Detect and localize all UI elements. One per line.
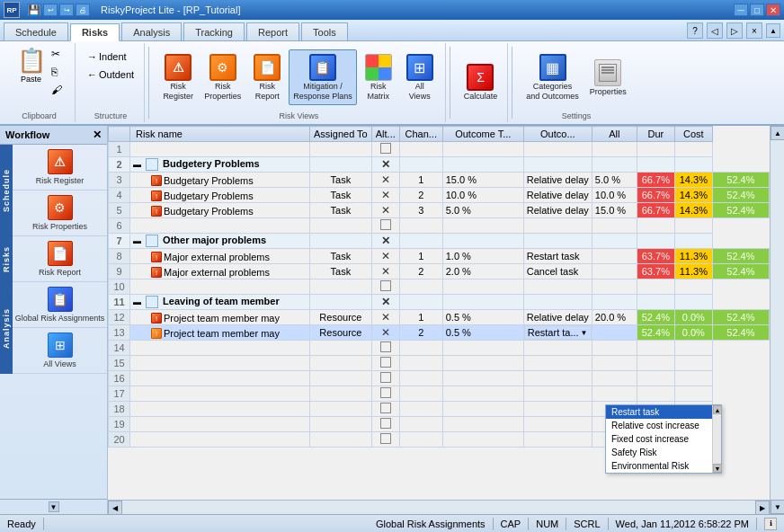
dropdown-scrollbar[interactable]: ▲ ▼	[712, 405, 721, 473]
scroll-v-track[interactable]	[771, 140, 784, 500]
table-row-selected: 13 ! Project team member may Resource ✕ …	[109, 325, 770, 341]
nav-btn2[interactable]: ▷	[726, 22, 743, 39]
help-btn[interactable]: ?	[687, 22, 703, 39]
row-alt: ✕	[371, 173, 399, 188]
row-name: ! Major external problems	[130, 264, 310, 279]
mitigation-btn[interactable]: 📋 Mitigation /Response Plans	[289, 49, 357, 105]
properties-btn[interactable]: Properties	[585, 55, 631, 101]
table-row: 4 ! Budgetary Problems Task ✕ 2 10.0 % R…	[109, 188, 770, 203]
dropdown-item-restart-task[interactable]: Restart task	[606, 405, 712, 419]
outdent-label: Outdent	[99, 69, 134, 80]
row-num: 7	[109, 234, 130, 249]
expand-icon[interactable]: ▬	[133, 160, 141, 169]
scroll-right-btn[interactable]: ▶	[755, 501, 770, 514]
table-row: 15	[109, 356, 770, 371]
row-name: ! Major external problems	[130, 249, 310, 264]
status-sep3	[528, 518, 529, 530]
grid-header-row: Risk name Assigned To Alt... Chan... Out…	[109, 127, 770, 142]
row-outcome	[523, 279, 592, 295]
title-controls: ─ □ ✕	[734, 4, 780, 16]
title-bar: RP 💾 ↩ ↪ 🖨 RiskyProject Lite - [RP_Tutor…	[0, 0, 784, 20]
copy-btn[interactable]: ⎘	[49, 65, 64, 79]
dropdown-scroll-down[interactable]: ▼	[713, 464, 722, 473]
expand-icon3[interactable]: ▬	[133, 297, 141, 306]
row-chance	[399, 295, 442, 310]
dropdown-item-relative-cost[interactable]: Relative cost increase	[606, 419, 712, 432]
sidebar-item-global-risk-assignments[interactable]: 📋 Global Risk Assignments	[13, 282, 107, 328]
table-row: 16	[109, 371, 770, 386]
sidebar-scroll-down-btn[interactable]: ▼	[49, 501, 59, 512]
row-name: ▬ Leaving of team member	[130, 295, 310, 310]
row-alt-num: 1	[399, 310, 442, 325]
row-num: 13	[109, 325, 130, 341]
nav-btn1[interactable]: ◁	[707, 22, 723, 39]
cut-btn[interactable]: ✂	[49, 47, 64, 61]
risk-properties-btn[interactable]: ⚙ RiskProperties	[200, 49, 245, 105]
row-name	[130, 386, 310, 402]
sidebar-item-risk-register[interactable]: ⚠ Risk Register	[13, 145, 107, 191]
dropdown-item-safety-risk[interactable]: Safety Risk	[606, 446, 712, 459]
settings-items: ▦ Categoriesand Outcomes Properties	[521, 45, 631, 110]
scroll-h-track[interactable]	[122, 501, 755, 514]
scroll-up-btn[interactable]: ▲	[771, 126, 784, 140]
risk-matrix-btn[interactable]: RiskMatrix	[359, 49, 398, 105]
row-chance: 1	[399, 173, 442, 188]
indent-btn[interactable]: → Indent	[83, 49, 131, 65]
risk-report-btn[interactable]: 📄 RiskReport	[247, 49, 287, 105]
undo-btn[interactable]: ↩	[43, 4, 58, 16]
scroll-down-btn[interactable]: ▼	[771, 500, 784, 514]
table-row: 12 ! Project team member may Resource ✕ …	[109, 310, 770, 325]
quick-access-btn[interactable]: 💾	[27, 4, 41, 16]
tab-tracking[interactable]: Tracking	[183, 22, 245, 40]
tab-analysis[interactable]: Analysis	[121, 22, 182, 40]
categories-outcomes-btn[interactable]: ▦ Categoriesand Outcomes	[521, 49, 584, 105]
table-row: 1	[109, 142, 770, 157]
paste-btn[interactable]: 📋 Paste	[15, 45, 48, 85]
print-btn[interactable]: 🖨	[76, 4, 90, 16]
row-all: 66.7%	[637, 188, 674, 203]
grid-scroll-container[interactable]: Risk name Assigned To Alt... Chan... Out…	[108, 126, 770, 500]
schedule-group: Schedule ⚠ Risk Register ⚙ Risk Properti…	[0, 145, 107, 236]
close-btn[interactable]: ✕	[766, 4, 780, 16]
maximize-btn[interactable]: □	[750, 4, 764, 16]
expand-icon2[interactable]: ▬	[133, 236, 141, 245]
sidebar-item-risk-report[interactable]: 📄 Risk Report	[13, 236, 107, 282]
row-dur	[637, 295, 674, 310]
ribbon-collapse-btn[interactable]: ▲	[766, 23, 780, 38]
sidebar-item-all-views[interactable]: ⊞ All Views	[13, 328, 107, 374]
status-info-btn[interactable]: ℹ	[764, 518, 777, 530]
all-views-btn[interactable]: ⊞ AllViews	[400, 49, 440, 105]
tab-report[interactable]: Report	[246, 22, 299, 40]
dropdown-item-env-risk[interactable]: Environmental Risk	[606, 459, 712, 473]
outcome-type-dropdown[interactable]: Restart task Relative cost increase Fixe…	[605, 404, 722, 474]
format-painter-btn[interactable]: 🖌	[49, 83, 64, 97]
row-all: 63.7%	[637, 249, 674, 264]
tab-risks[interactable]: Risks	[70, 23, 120, 41]
nav-btn3[interactable]: ×	[746, 22, 762, 39]
redo-btn[interactable]: ↪	[59, 4, 74, 16]
properties-label: Properties	[590, 87, 627, 97]
scroll-left-btn[interactable]: ◀	[108, 501, 122, 514]
risk-icon: !	[151, 267, 162, 278]
row-alt: ✕	[371, 188, 399, 203]
dropdown-scroll-up[interactable]: ▲	[713, 405, 722, 414]
main-content: Workflow ✕ Schedule ⚠ Risk Register ⚙ Ri…	[0, 126, 784, 514]
risk-register-sidebar-icon: ⚠	[48, 149, 73, 174]
risk-report-sidebar-icon: 📄	[48, 241, 73, 266]
tab-schedule[interactable]: Schedule	[4, 22, 68, 40]
row-outcome-type: Restart task	[523, 249, 592, 264]
calculate-btn[interactable]: Σ Calculate	[459, 59, 503, 105]
row-chance: 5.0 %	[442, 203, 523, 218]
dropdown-item-fixed-cost[interactable]: Fixed cost increase	[606, 432, 712, 446]
workflow-close-btn[interactable]: ✕	[93, 129, 102, 141]
structure-items: → Indent ← Outdent	[83, 49, 138, 110]
row-chance	[399, 234, 442, 249]
tab-tools[interactable]: Tools	[301, 22, 348, 40]
title-bar-left: RP 💾 ↩ ↪ 🖨 RiskyProject Lite - [RP_Tutor…	[4, 2, 240, 18]
risk-register-btn[interactable]: ⚠ RiskRegister	[158, 49, 198, 105]
sidebar-item-risk-properties[interactable]: ⚙ Risk Properties	[13, 191, 107, 236]
minimize-btn[interactable]: ─	[734, 4, 748, 16]
row-outcome-type-dropdown[interactable]: Restart ta... ▼	[524, 325, 592, 340]
outdent-btn[interactable]: ← Outdent	[83, 66, 138, 83]
row-outcome-type	[442, 295, 523, 310]
